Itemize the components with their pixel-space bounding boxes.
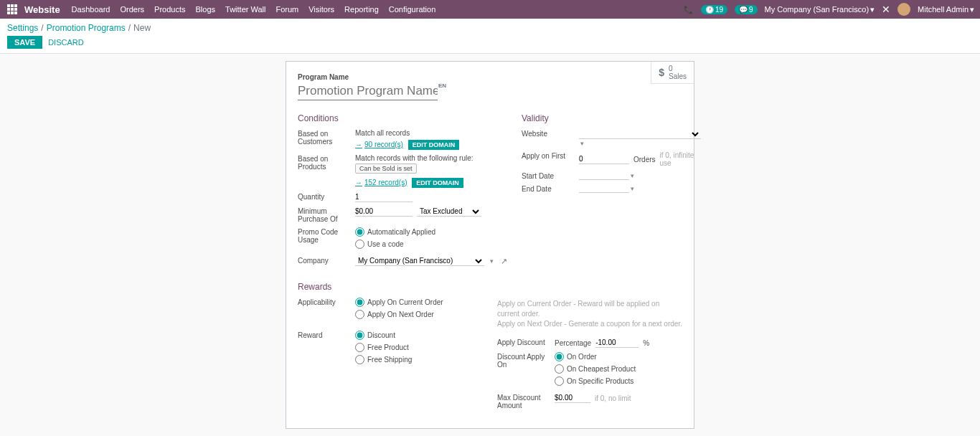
reward-product-radio[interactable] [355, 343, 364, 352]
label-quantity: Quantity [298, 192, 355, 201]
on-order-radio[interactable] [555, 352, 564, 361]
nav-forum[interactable]: Forum [275, 5, 298, 14]
reward-shipping-radio[interactable] [355, 355, 364, 364]
topbar: Website Dashboard Orders Products Blogs … [0, 0, 980, 19]
max-discount-input[interactable] [555, 393, 590, 403]
applicability-hint: Apply on Current Order - Reward will be … [497, 298, 682, 329]
user-name: Mitchell Admin [918, 5, 969, 14]
sales-count: 0 [669, 65, 687, 72]
customers-records-link[interactable]: 90 record(s) [355, 141, 403, 148]
label-apply-first: Apply on First [522, 151, 579, 160]
save-button[interactable]: Save [7, 36, 42, 49]
reward-discount-radio[interactable] [355, 331, 364, 340]
on-specific-label: On Specific Products [567, 377, 633, 385]
activity-badge[interactable]: 🕐 19 [701, 5, 727, 14]
company-caret[interactable]: ▾ [490, 257, 494, 265]
topbar-right: 📞 🕐 19 💬 9 My Company (San Francisco) ▾ … [684, 3, 974, 16]
external-link-icon[interactable]: ↗ [501, 257, 507, 266]
discount-value-input[interactable] [595, 338, 639, 348]
apply-next-radio[interactable] [355, 310, 364, 319]
promo-code-radio[interactable] [355, 240, 364, 249]
company-select[interactable]: My Company (San Francisco) [355, 256, 484, 266]
apply-first-suffix: Orders [633, 156, 656, 164]
sales-label: Sales [669, 72, 687, 80]
label-max-discount: Max Discount Amount [497, 393, 555, 409]
nav-products[interactable]: Products [154, 5, 185, 14]
reward-discount-label: Discount [367, 331, 395, 339]
breadcrumb-settings[interactable]: Settings [7, 23, 38, 33]
label-min-purchase: Minimum Purchase Of [298, 207, 355, 223]
discard-button[interactable]: Discard [48, 38, 84, 47]
nav-dashboard[interactable]: Dashboard [72, 5, 110, 14]
nav-menu: Dashboard Orders Products Blogs Twitter … [72, 5, 436, 14]
promo-code-label: Use a code [367, 240, 404, 248]
reward-shipping-label: Free Shipping [367, 356, 412, 364]
products-records-link[interactable]: 152 record(s) [355, 179, 407, 186]
program-name-input[interactable] [298, 82, 438, 100]
customers-match-text: Match all records [355, 129, 507, 137]
apps-icon[interactable] [6, 3, 19, 16]
avatar[interactable] [897, 3, 910, 16]
edit-domain-customers[interactable]: Edit Domain [408, 140, 460, 150]
messages-count: 9 [749, 6, 753, 14]
label-promo-code: Promo Code Usage [298, 227, 355, 244]
dollar-icon: $ [659, 67, 664, 78]
section-rewards: Rewards [298, 282, 682, 292]
label-end-date: End Date [522, 184, 579, 193]
end-date-input[interactable] [579, 184, 629, 193]
program-name-label: Program Name [298, 73, 682, 81]
discount-type: Percentage [555, 339, 591, 347]
nav-blogs[interactable]: Blogs [195, 5, 215, 14]
promo-auto-radio[interactable] [355, 227, 364, 237]
website-caret[interactable]: ▾ [580, 140, 584, 147]
label-company: Company [298, 256, 355, 265]
label-based-customers: Based on Customers [298, 129, 355, 146]
apply-current-radio[interactable] [355, 298, 364, 307]
on-specific-radio[interactable] [555, 376, 564, 386]
on-cheapest-radio[interactable] [555, 364, 564, 374]
promo-auto-label: Automatically Applied [367, 228, 435, 236]
nav-visitors[interactable]: Visitors [308, 5, 334, 14]
end-date-caret[interactable]: ▾ [631, 185, 634, 192]
messages-badge[interactable]: 💬 9 [735, 5, 758, 14]
user-menu[interactable]: Mitchell Admin ▾ [918, 5, 974, 14]
label-reward: Reward [298, 331, 355, 339]
apply-next-label: Apply On Next Order [367, 311, 434, 318]
tax-select[interactable]: Tax Excluded [417, 207, 481, 217]
label-website: Website [522, 129, 579, 138]
apply-current-label: Apply On Current Order [367, 298, 443, 306]
website-select[interactable] [579, 129, 701, 139]
nav-reporting[interactable]: Reporting [344, 5, 379, 14]
max-discount-hint: if 0, no limit [595, 394, 631, 402]
discount-pct-suffix: % [643, 339, 649, 347]
company-name: My Company (San Francisco) [765, 5, 870, 14]
nav-orders[interactable]: Orders [120, 5, 144, 14]
lang-badge[interactable]: EN [438, 82, 446, 89]
apply-first-hint: if 0, infinite use [660, 151, 701, 167]
section-conditions: Conditions [298, 113, 507, 123]
brand[interactable]: Website [19, 4, 72, 15]
label-apply-discount: Apply Discount [497, 338, 555, 346]
min-purchase-input[interactable] [355, 207, 413, 217]
on-cheapest-label: On Cheapest Product [567, 365, 636, 373]
nav-twitter[interactable]: Twitter Wall [225, 5, 265, 14]
quantity-input[interactable] [355, 192, 413, 202]
subbar: Settings / Promotion Programs / New Save… [0, 19, 980, 54]
company-switcher[interactable]: My Company (San Francisco) ▾ [765, 5, 875, 14]
breadcrumb-promotion[interactable]: Promotion Programs [47, 23, 126, 33]
edit-domain-products[interactable]: Edit Domain [412, 178, 463, 188]
start-date-input[interactable] [579, 171, 629, 180]
label-based-products: Based on Products [298, 154, 355, 171]
label-discount-apply-on: Discount Apply On [497, 352, 555, 369]
section-validity: Validity [522, 113, 701, 123]
activity-count: 19 [715, 6, 723, 14]
apply-first-input[interactable] [579, 154, 629, 164]
on-order-label: On Order [567, 353, 597, 361]
action-bar: Save Discard [7, 36, 973, 49]
close-icon[interactable]: ✕ [882, 4, 890, 15]
start-date-caret[interactable]: ▾ [631, 172, 634, 179]
label-start-date: Start Date [522, 171, 579, 180]
sales-stat-button[interactable]: $ 0 Sales [651, 62, 694, 84]
nav-configuration[interactable]: Configuration [389, 5, 435, 14]
phone-icon[interactable]: 📞 [684, 5, 694, 14]
